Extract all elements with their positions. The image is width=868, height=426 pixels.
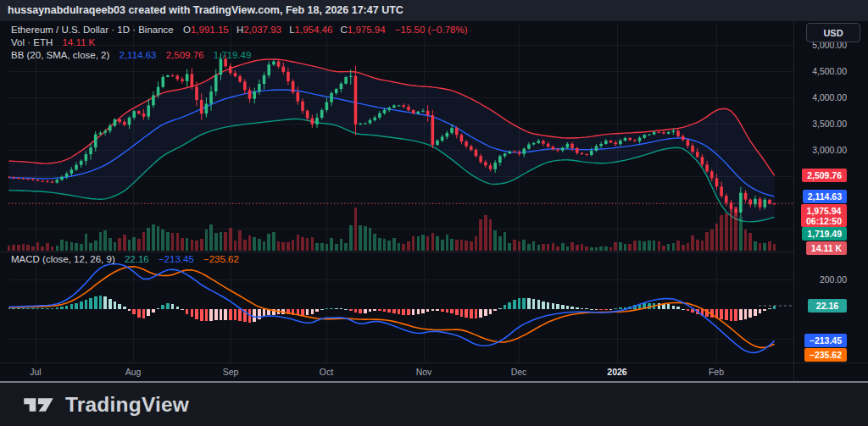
change-value: −15.50 (−0.78%) xyxy=(395,25,468,35)
macd-line-value: −213.45 xyxy=(159,254,194,264)
bb-upper-value: 2,509.76 xyxy=(166,50,204,60)
macd-hist-value: 22.16 xyxy=(125,254,149,264)
price-tick: 3,000.00 xyxy=(812,145,847,155)
bb-basis-price-chip: 2,114.63 xyxy=(803,190,847,203)
close-label: C xyxy=(341,25,348,35)
high-value: 2,037.93 xyxy=(243,25,281,35)
price-tick: 4,500.00 xyxy=(812,66,847,76)
time-tick: Feb xyxy=(709,367,724,377)
volume-label: Vol · ETH xyxy=(11,37,53,47)
low-value: 1,954.46 xyxy=(295,25,333,35)
macd-hist-chip: 22.16 xyxy=(808,299,847,313)
time-tick: Nov xyxy=(416,367,432,377)
macd-signal-chip: −235.62 xyxy=(804,348,847,362)
price-tick: 3,500.00 xyxy=(812,119,847,129)
bb-lower-price-chip: 1,719.49 xyxy=(802,227,847,241)
time-tick: Aug xyxy=(125,367,142,377)
time-tick: Oct xyxy=(320,367,333,377)
chart-canvas[interactable] xyxy=(0,0,868,426)
volume-layer xyxy=(8,207,776,250)
time-tick: Jul xyxy=(30,367,41,377)
macd-signal-value: −235.62 xyxy=(203,254,239,264)
time-tick: Sep xyxy=(223,367,239,377)
tradingview-wordmark: TradingView xyxy=(65,393,189,417)
bb-label: BB (20, SMA, close, 2) xyxy=(11,50,109,60)
open-label: O xyxy=(183,25,191,35)
symbol-legend-row[interactable]: Ethereum / U.S. Dollar · 1D · Binance O1… xyxy=(11,25,467,35)
close-value: 1,975.94 xyxy=(348,25,386,35)
last-price-value: 1,975.94 xyxy=(807,206,842,216)
volume-chip: 14.11 K xyxy=(806,241,847,255)
macd-line-chip: −213.45 xyxy=(804,334,847,347)
macd-legend-row[interactable]: MACD (close, 12, 26, 9) 22.16 −213.45 −2… xyxy=(11,254,239,264)
price-tick: 4,000.00 xyxy=(812,92,847,102)
footer-bar: TradingView xyxy=(0,381,868,426)
bb-lower-value: 1,719.49 xyxy=(214,50,252,60)
grid-layer xyxy=(8,24,793,362)
time-tick: 2026 xyxy=(607,367,626,377)
macd-label: MACD (close, 12, 26, 9) xyxy=(11,254,115,264)
bb-basis-value: 2,114.63 xyxy=(120,50,157,60)
currency-toggle-button[interactable]: USD xyxy=(806,23,860,42)
open-value: 1,991.15 xyxy=(191,25,229,35)
high-label: H xyxy=(236,25,243,35)
tradingview-snapshot: hussaynabdulraqeeb03 created with Tradin… xyxy=(0,0,868,426)
volume-value: 14.11 K xyxy=(62,37,95,47)
volume-legend-row[interactable]: Vol · ETH 14.11 K xyxy=(11,37,95,47)
last-price-chip: 1,975.94 06:12:50 xyxy=(801,204,847,227)
currency-toggle-label: USD xyxy=(823,28,843,38)
bollinger-layer xyxy=(9,59,775,222)
bb-legend-row[interactable]: BB (20, SMA, close, 2) 2,114.63 2,509.76… xyxy=(11,50,251,60)
tradingview-logo-icon xyxy=(23,395,54,415)
time-tick: Dec xyxy=(511,367,527,377)
symbol-title[interactable]: Ethereum / U.S. Dollar · 1D · Binance xyxy=(11,25,174,35)
bar-countdown: 06:12:50 xyxy=(806,216,842,226)
price-tick: 200.00 xyxy=(820,274,847,285)
bb-upper-price-chip: 2,509.76 xyxy=(802,169,847,182)
